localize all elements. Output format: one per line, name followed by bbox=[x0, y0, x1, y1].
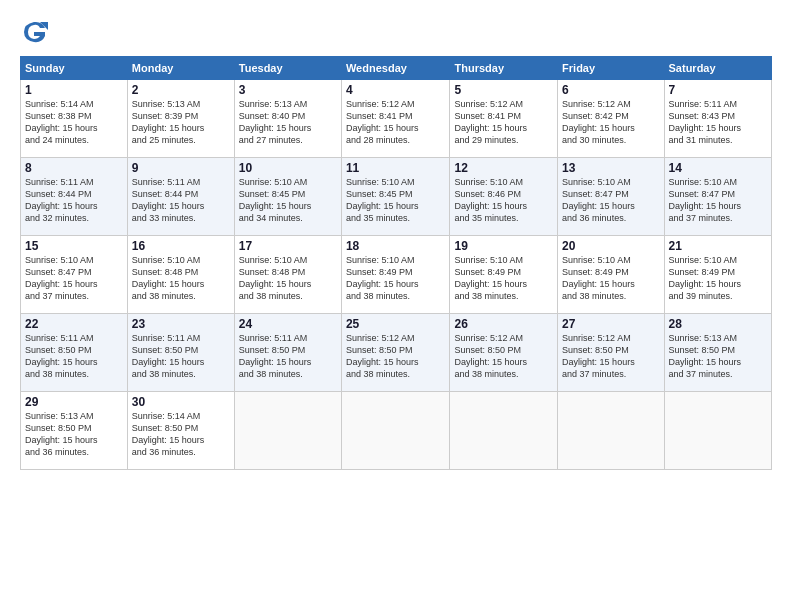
day-number: 10 bbox=[239, 161, 337, 175]
day-number: 7 bbox=[669, 83, 767, 97]
week-row-5: 29Sunrise: 5:13 AM Sunset: 8:50 PM Dayli… bbox=[21, 392, 772, 470]
day-cell: 5Sunrise: 5:12 AM Sunset: 8:41 PM Daylig… bbox=[450, 80, 558, 158]
day-number: 8 bbox=[25, 161, 123, 175]
day-number: 30 bbox=[132, 395, 230, 409]
day-cell bbox=[341, 392, 450, 470]
day-info: Sunrise: 5:10 AM Sunset: 8:49 PM Dayligh… bbox=[669, 254, 767, 303]
day-number: 16 bbox=[132, 239, 230, 253]
day-number: 13 bbox=[562, 161, 659, 175]
day-number: 2 bbox=[132, 83, 230, 97]
day-number: 19 bbox=[454, 239, 553, 253]
day-number: 26 bbox=[454, 317, 553, 331]
day-info: Sunrise: 5:13 AM Sunset: 8:50 PM Dayligh… bbox=[25, 410, 123, 459]
week-row-4: 22Sunrise: 5:11 AM Sunset: 8:50 PM Dayli… bbox=[21, 314, 772, 392]
day-cell: 23Sunrise: 5:11 AM Sunset: 8:50 PM Dayli… bbox=[127, 314, 234, 392]
day-info: Sunrise: 5:13 AM Sunset: 8:40 PM Dayligh… bbox=[239, 98, 337, 147]
day-info: Sunrise: 5:13 AM Sunset: 8:39 PM Dayligh… bbox=[132, 98, 230, 147]
day-cell: 19Sunrise: 5:10 AM Sunset: 8:49 PM Dayli… bbox=[450, 236, 558, 314]
day-cell bbox=[558, 392, 664, 470]
day-number: 9 bbox=[132, 161, 230, 175]
calendar: SundayMondayTuesdayWednesdayThursdayFrid… bbox=[20, 56, 772, 470]
day-number: 18 bbox=[346, 239, 446, 253]
day-number: 15 bbox=[25, 239, 123, 253]
day-cell: 11Sunrise: 5:10 AM Sunset: 8:45 PM Dayli… bbox=[341, 158, 450, 236]
day-cell: 14Sunrise: 5:10 AM Sunset: 8:47 PM Dayli… bbox=[664, 158, 771, 236]
day-cell: 22Sunrise: 5:11 AM Sunset: 8:50 PM Dayli… bbox=[21, 314, 128, 392]
day-cell: 25Sunrise: 5:12 AM Sunset: 8:50 PM Dayli… bbox=[341, 314, 450, 392]
day-cell: 26Sunrise: 5:12 AM Sunset: 8:50 PM Dayli… bbox=[450, 314, 558, 392]
header bbox=[20, 18, 772, 46]
day-number: 6 bbox=[562, 83, 659, 97]
day-number: 28 bbox=[669, 317, 767, 331]
day-cell: 24Sunrise: 5:11 AM Sunset: 8:50 PM Dayli… bbox=[234, 314, 341, 392]
header-sunday: Sunday bbox=[21, 57, 128, 80]
day-number: 1 bbox=[25, 83, 123, 97]
day-info: Sunrise: 5:10 AM Sunset: 8:47 PM Dayligh… bbox=[669, 176, 767, 225]
day-info: Sunrise: 5:11 AM Sunset: 8:43 PM Dayligh… bbox=[669, 98, 767, 147]
calendar-header: SundayMondayTuesdayWednesdayThursdayFrid… bbox=[21, 57, 772, 80]
day-number: 3 bbox=[239, 83, 337, 97]
day-number: 11 bbox=[346, 161, 446, 175]
week-row-3: 15Sunrise: 5:10 AM Sunset: 8:47 PM Dayli… bbox=[21, 236, 772, 314]
logo bbox=[20, 18, 52, 46]
day-cell bbox=[234, 392, 341, 470]
day-cell: 4Sunrise: 5:12 AM Sunset: 8:41 PM Daylig… bbox=[341, 80, 450, 158]
day-cell: 10Sunrise: 5:10 AM Sunset: 8:45 PM Dayli… bbox=[234, 158, 341, 236]
day-cell: 20Sunrise: 5:10 AM Sunset: 8:49 PM Dayli… bbox=[558, 236, 664, 314]
day-cell: 21Sunrise: 5:10 AM Sunset: 8:49 PM Dayli… bbox=[664, 236, 771, 314]
day-cell: 7Sunrise: 5:11 AM Sunset: 8:43 PM Daylig… bbox=[664, 80, 771, 158]
day-cell bbox=[450, 392, 558, 470]
day-number: 20 bbox=[562, 239, 659, 253]
day-number: 17 bbox=[239, 239, 337, 253]
day-info: Sunrise: 5:14 AM Sunset: 8:50 PM Dayligh… bbox=[132, 410, 230, 459]
day-info: Sunrise: 5:10 AM Sunset: 8:49 PM Dayligh… bbox=[454, 254, 553, 303]
day-cell: 12Sunrise: 5:10 AM Sunset: 8:46 PM Dayli… bbox=[450, 158, 558, 236]
page: SundayMondayTuesdayWednesdayThursdayFrid… bbox=[0, 0, 792, 612]
day-cell: 1Sunrise: 5:14 AM Sunset: 8:38 PM Daylig… bbox=[21, 80, 128, 158]
day-cell: 30Sunrise: 5:14 AM Sunset: 8:50 PM Dayli… bbox=[127, 392, 234, 470]
day-info: Sunrise: 5:12 AM Sunset: 8:42 PM Dayligh… bbox=[562, 98, 659, 147]
header-row: SundayMondayTuesdayWednesdayThursdayFrid… bbox=[21, 57, 772, 80]
day-info: Sunrise: 5:12 AM Sunset: 8:50 PM Dayligh… bbox=[562, 332, 659, 381]
day-info: Sunrise: 5:10 AM Sunset: 8:46 PM Dayligh… bbox=[454, 176, 553, 225]
day-info: Sunrise: 5:11 AM Sunset: 8:50 PM Dayligh… bbox=[25, 332, 123, 381]
header-wednesday: Wednesday bbox=[341, 57, 450, 80]
day-number: 22 bbox=[25, 317, 123, 331]
day-info: Sunrise: 5:10 AM Sunset: 8:45 PM Dayligh… bbox=[346, 176, 446, 225]
day-cell: 8Sunrise: 5:11 AM Sunset: 8:44 PM Daylig… bbox=[21, 158, 128, 236]
day-info: Sunrise: 5:10 AM Sunset: 8:47 PM Dayligh… bbox=[562, 176, 659, 225]
day-cell: 27Sunrise: 5:12 AM Sunset: 8:50 PM Dayli… bbox=[558, 314, 664, 392]
day-number: 5 bbox=[454, 83, 553, 97]
day-cell: 2Sunrise: 5:13 AM Sunset: 8:39 PM Daylig… bbox=[127, 80, 234, 158]
day-info: Sunrise: 5:12 AM Sunset: 8:50 PM Dayligh… bbox=[454, 332, 553, 381]
header-tuesday: Tuesday bbox=[234, 57, 341, 80]
day-cell bbox=[664, 392, 771, 470]
day-number: 4 bbox=[346, 83, 446, 97]
day-info: Sunrise: 5:11 AM Sunset: 8:50 PM Dayligh… bbox=[239, 332, 337, 381]
calendar-body: 1Sunrise: 5:14 AM Sunset: 8:38 PM Daylig… bbox=[21, 80, 772, 470]
header-monday: Monday bbox=[127, 57, 234, 80]
day-cell: 6Sunrise: 5:12 AM Sunset: 8:42 PM Daylig… bbox=[558, 80, 664, 158]
day-info: Sunrise: 5:11 AM Sunset: 8:50 PM Dayligh… bbox=[132, 332, 230, 381]
day-cell: 18Sunrise: 5:10 AM Sunset: 8:49 PM Dayli… bbox=[341, 236, 450, 314]
day-number: 24 bbox=[239, 317, 337, 331]
day-cell: 13Sunrise: 5:10 AM Sunset: 8:47 PM Dayli… bbox=[558, 158, 664, 236]
day-cell: 17Sunrise: 5:10 AM Sunset: 8:48 PM Dayli… bbox=[234, 236, 341, 314]
day-info: Sunrise: 5:12 AM Sunset: 8:41 PM Dayligh… bbox=[454, 98, 553, 147]
day-number: 12 bbox=[454, 161, 553, 175]
day-number: 25 bbox=[346, 317, 446, 331]
day-info: Sunrise: 5:11 AM Sunset: 8:44 PM Dayligh… bbox=[132, 176, 230, 225]
header-friday: Friday bbox=[558, 57, 664, 80]
day-info: Sunrise: 5:13 AM Sunset: 8:50 PM Dayligh… bbox=[669, 332, 767, 381]
day-info: Sunrise: 5:14 AM Sunset: 8:38 PM Dayligh… bbox=[25, 98, 123, 147]
day-number: 27 bbox=[562, 317, 659, 331]
day-cell: 9Sunrise: 5:11 AM Sunset: 8:44 PM Daylig… bbox=[127, 158, 234, 236]
day-number: 23 bbox=[132, 317, 230, 331]
day-cell: 15Sunrise: 5:10 AM Sunset: 8:47 PM Dayli… bbox=[21, 236, 128, 314]
day-info: Sunrise: 5:11 AM Sunset: 8:44 PM Dayligh… bbox=[25, 176, 123, 225]
day-info: Sunrise: 5:10 AM Sunset: 8:48 PM Dayligh… bbox=[132, 254, 230, 303]
day-cell: 3Sunrise: 5:13 AM Sunset: 8:40 PM Daylig… bbox=[234, 80, 341, 158]
header-thursday: Thursday bbox=[450, 57, 558, 80]
day-info: Sunrise: 5:12 AM Sunset: 8:41 PM Dayligh… bbox=[346, 98, 446, 147]
day-number: 14 bbox=[669, 161, 767, 175]
